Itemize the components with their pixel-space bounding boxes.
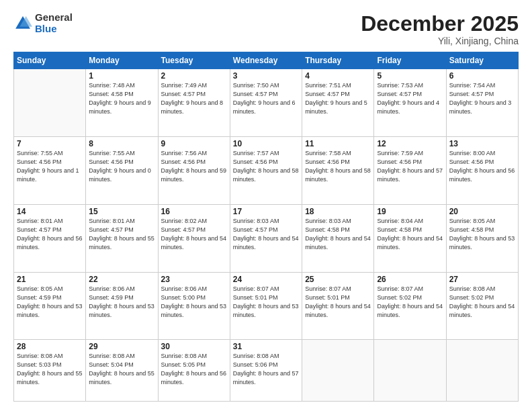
cell-sun-info: Sunrise: 7:56 AM Sunset: 4:56 PM Dayligh… [161, 149, 227, 184]
cell-sun-info: Sunrise: 8:06 AM Sunset: 4:59 PM Dayligh… [89, 285, 154, 320]
calendar-week-1: 7Sunrise: 7:55 AM Sunset: 4:56 PM Daylig… [14, 136, 519, 204]
calendar-cell: 11Sunrise: 7:58 AM Sunset: 4:56 PM Dayli… [302, 136, 374, 204]
day-number: 26 [377, 275, 443, 284]
day-number: 24 [233, 275, 299, 284]
cell-sun-info: Sunrise: 8:08 AM Sunset: 5:02 PM Dayligh… [449, 285, 515, 320]
page: General Blue December 2025 Yili, Xinjian… [0, 0, 532, 411]
day-number: 23 [161, 275, 227, 284]
col-header-saturday: Saturday [446, 52, 518, 69]
cell-sun-info: Sunrise: 7:57 AM Sunset: 4:56 PM Dayligh… [233, 149, 299, 184]
calendar-cell: 17Sunrise: 8:03 AM Sunset: 4:57 PM Dayli… [230, 204, 302, 272]
calendar-cell: 26Sunrise: 8:07 AM Sunset: 5:02 PM Dayli… [374, 272, 446, 340]
calendar-cell: 29Sunrise: 8:08 AM Sunset: 5:04 PM Dayli… [86, 340, 158, 402]
day-number: 27 [449, 275, 515, 284]
calendar-cell: 20Sunrise: 8:05 AM Sunset: 4:58 PM Dayli… [446, 204, 518, 272]
cell-sun-info: Sunrise: 8:08 AM Sunset: 5:06 PM Dayligh… [233, 352, 299, 387]
header: General Blue December 2025 Yili, Xinjian… [13, 12, 519, 46]
col-header-monday: Monday [86, 52, 158, 69]
day-number: 14 [17, 207, 83, 216]
calendar-cell: 2Sunrise: 7:49 AM Sunset: 4:57 PM Daylig… [158, 69, 230, 137]
day-number: 11 [305, 139, 371, 148]
calendar-cell: 28Sunrise: 8:08 AM Sunset: 5:03 PM Dayli… [14, 340, 86, 402]
month-title: December 2025 [361, 12, 519, 36]
calendar-cell: 22Sunrise: 8:06 AM Sunset: 4:59 PM Dayli… [86, 272, 158, 340]
calendar-cell: 27Sunrise: 8:08 AM Sunset: 5:02 PM Dayli… [446, 272, 518, 340]
calendar-cell: 21Sunrise: 8:05 AM Sunset: 4:59 PM Dayli… [14, 272, 86, 340]
calendar-cell: 13Sunrise: 8:00 AM Sunset: 4:56 PM Dayli… [446, 136, 518, 204]
day-number: 15 [89, 207, 154, 216]
cell-sun-info: Sunrise: 8:08 AM Sunset: 5:03 PM Dayligh… [17, 352, 83, 387]
col-header-wednesday: Wednesday [230, 52, 302, 69]
cell-sun-info: Sunrise: 8:07 AM Sunset: 5:01 PM Dayligh… [305, 285, 371, 320]
cell-sun-info: Sunrise: 7:59 AM Sunset: 4:56 PM Dayligh… [377, 149, 443, 184]
cell-sun-info: Sunrise: 7:55 AM Sunset: 4:56 PM Dayligh… [17, 149, 83, 184]
calendar-week-2: 14Sunrise: 8:01 AM Sunset: 4:57 PM Dayli… [14, 204, 519, 272]
day-number: 8 [89, 139, 154, 148]
cell-sun-info: Sunrise: 8:08 AM Sunset: 5:05 PM Dayligh… [161, 352, 227, 387]
calendar-cell: 10Sunrise: 7:57 AM Sunset: 4:56 PM Dayli… [230, 136, 302, 204]
calendar: SundayMondayTuesdayWednesdayThursdayFrid… [13, 52, 519, 402]
cell-sun-info: Sunrise: 7:53 AM Sunset: 4:57 PM Dayligh… [377, 81, 443, 116]
calendar-cell: 5Sunrise: 7:53 AM Sunset: 4:57 PM Daylig… [374, 69, 446, 137]
day-number: 20 [449, 207, 515, 216]
day-number: 4 [305, 71, 371, 81]
calendar-cell: 3Sunrise: 7:50 AM Sunset: 4:57 PM Daylig… [230, 69, 302, 137]
day-number: 21 [17, 275, 83, 284]
day-number: 19 [377, 207, 443, 216]
cell-sun-info: Sunrise: 8:06 AM Sunset: 5:00 PM Dayligh… [161, 285, 227, 320]
logo: General Blue [13, 12, 73, 34]
calendar-cell: 15Sunrise: 8:01 AM Sunset: 4:57 PM Dayli… [86, 204, 158, 272]
calendar-cell: 1Sunrise: 7:48 AM Sunset: 4:58 PM Daylig… [86, 69, 158, 137]
calendar-cell: 24Sunrise: 8:07 AM Sunset: 5:01 PM Dayli… [230, 272, 302, 340]
cell-sun-info: Sunrise: 8:07 AM Sunset: 5:02 PM Dayligh… [377, 285, 443, 320]
cell-sun-info: Sunrise: 8:01 AM Sunset: 4:57 PM Dayligh… [17, 217, 83, 252]
calendar-cell: 30Sunrise: 8:08 AM Sunset: 5:05 PM Dayli… [158, 340, 230, 402]
cell-sun-info: Sunrise: 7:58 AM Sunset: 4:56 PM Dayligh… [305, 149, 371, 184]
day-number: 17 [233, 207, 299, 216]
calendar-header-row: SundayMondayTuesdayWednesdayThursdayFrid… [14, 52, 519, 69]
logo-general: General [35, 12, 73, 24]
day-number: 10 [233, 139, 299, 148]
cell-sun-info: Sunrise: 8:05 AM Sunset: 4:59 PM Dayligh… [17, 285, 83, 320]
cell-sun-info: Sunrise: 8:07 AM Sunset: 5:01 PM Dayligh… [233, 285, 299, 320]
day-number: 13 [449, 139, 515, 148]
calendar-cell: 25Sunrise: 8:07 AM Sunset: 5:01 PM Dayli… [302, 272, 374, 340]
day-number: 25 [305, 275, 371, 284]
calendar-cell: 7Sunrise: 7:55 AM Sunset: 4:56 PM Daylig… [14, 136, 86, 204]
calendar-cell: 9Sunrise: 7:56 AM Sunset: 4:56 PM Daylig… [158, 136, 230, 204]
cell-sun-info: Sunrise: 7:51 AM Sunset: 4:57 PM Dayligh… [305, 81, 371, 116]
calendar-cell: 23Sunrise: 8:06 AM Sunset: 5:00 PM Dayli… [158, 272, 230, 340]
calendar-cell: 19Sunrise: 8:04 AM Sunset: 4:58 PM Dayli… [374, 204, 446, 272]
day-number: 22 [89, 275, 154, 284]
calendar-week-4: 28Sunrise: 8:08 AM Sunset: 5:03 PM Dayli… [14, 340, 519, 402]
cell-sun-info: Sunrise: 8:05 AM Sunset: 4:58 PM Dayligh… [449, 217, 515, 252]
day-number: 12 [377, 139, 443, 148]
day-number: 1 [89, 71, 154, 81]
logo-text: General Blue [35, 12, 73, 34]
location-subtitle: Yili, Xinjiang, China [361, 36, 519, 46]
calendar-cell: 14Sunrise: 8:01 AM Sunset: 4:57 PM Dayli… [14, 204, 86, 272]
calendar-cell: 12Sunrise: 7:59 AM Sunset: 4:56 PM Dayli… [374, 136, 446, 204]
calendar-cell: 8Sunrise: 7:55 AM Sunset: 4:56 PM Daylig… [86, 136, 158, 204]
col-header-tuesday: Tuesday [158, 52, 230, 69]
day-number: 6 [449, 71, 515, 81]
calendar-cell [14, 69, 86, 137]
calendar-week-0: 1Sunrise: 7:48 AM Sunset: 4:58 PM Daylig… [14, 69, 519, 137]
cell-sun-info: Sunrise: 8:04 AM Sunset: 4:58 PM Dayligh… [377, 217, 443, 252]
cell-sun-info: Sunrise: 7:54 AM Sunset: 4:57 PM Dayligh… [449, 81, 515, 116]
cell-sun-info: Sunrise: 7:50 AM Sunset: 4:57 PM Dayligh… [233, 81, 299, 116]
calendar-cell [374, 340, 446, 402]
day-number: 28 [17, 342, 83, 351]
day-number: 30 [161, 342, 227, 351]
cell-sun-info: Sunrise: 7:48 AM Sunset: 4:58 PM Dayligh… [89, 81, 154, 116]
calendar-cell: 6Sunrise: 7:54 AM Sunset: 4:57 PM Daylig… [446, 69, 518, 137]
calendar-cell: 4Sunrise: 7:51 AM Sunset: 4:57 PM Daylig… [302, 69, 374, 137]
cell-sun-info: Sunrise: 7:55 AM Sunset: 4:56 PM Dayligh… [89, 149, 154, 184]
day-number: 18 [305, 207, 371, 216]
day-number: 3 [233, 71, 299, 81]
cell-sun-info: Sunrise: 8:02 AM Sunset: 4:57 PM Dayligh… [161, 217, 227, 252]
calendar-cell [446, 340, 518, 402]
col-header-thursday: Thursday [302, 52, 374, 69]
cell-sun-info: Sunrise: 7:49 AM Sunset: 4:57 PM Dayligh… [161, 81, 227, 116]
title-block: December 2025 Yili, Xinjiang, China [361, 12, 519, 46]
